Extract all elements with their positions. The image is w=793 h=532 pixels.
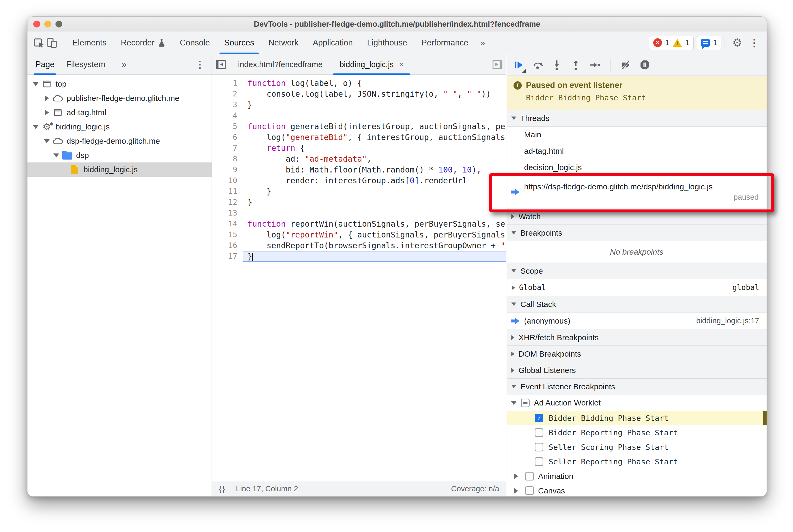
section-watch[interactable]: Watch: [507, 208, 767, 225]
chevron-down-icon[interactable]: [31, 125, 41, 129]
frame-location[interactable]: bidding_logic.js:17: [696, 317, 767, 325]
code-editor[interactable]: 1function log(label, o) {2 console.log(l…: [212, 75, 506, 481]
line-number[interactable]: 2: [212, 89, 243, 99]
line-number[interactable]: 16: [212, 240, 243, 251]
more-panels-button[interactable]: »: [475, 38, 490, 48]
tree-item-bidding-logic-js[interactable]: bidding_logic.js: [27, 163, 212, 177]
section-scope[interactable]: Scope: [507, 263, 767, 279]
step-over-button[interactable]: [532, 59, 544, 71]
breakpoint-checkbox[interactable]: [535, 414, 543, 422]
tree-item-dsp-fledge-demo-glitch-me[interactable]: dsp-fledge-demo.glitch.me: [27, 134, 212, 148]
panel-tab-recorder[interactable]: Recorder: [114, 32, 173, 54]
breakpoint-bidder-reporting-phase-start[interactable]: Bidder Reporting Phase Start: [507, 425, 767, 440]
line-number[interactable]: 4: [212, 110, 243, 121]
code-line-text[interactable]: [243, 110, 506, 121]
panel-tab-lighthouse[interactable]: Lighthouse: [360, 32, 414, 54]
line-number[interactable]: 14: [212, 218, 243, 229]
tree-item-bidding-logic-js[interactable]: ⚙bidding_logic.js: [27, 120, 212, 134]
code-line-text[interactable]: log("reportWin", { auctionSignals, perBu…: [243, 229, 506, 240]
step-button[interactable]: [589, 59, 601, 71]
settings-button[interactable]: ⚙: [728, 36, 747, 49]
messages-badge-group[interactable]: 1: [697, 36, 721, 50]
tree-item-top[interactable]: top: [27, 77, 212, 91]
tab-page[interactable]: Page: [35, 54, 54, 75]
code-line-text[interactable]: }: [243, 197, 506, 208]
code-line-text[interactable]: render: interestGroup.ads[0].renderUrl: [243, 175, 506, 186]
breakpoint-group-animation[interactable]: Animation: [507, 469, 767, 483]
line-number[interactable]: 10: [212, 175, 243, 186]
navigator-menu-button[interactable]: ⋮: [195, 59, 205, 70]
code-line-text[interactable]: ad: "ad-metadata",: [243, 153, 506, 164]
code-line-text[interactable]: log("generateBid", { interestGroup, auct…: [243, 132, 506, 142]
inspect-element-button[interactable]: [32, 35, 45, 50]
panel-tab-application[interactable]: Application: [306, 32, 360, 54]
line-number[interactable]: 1: [212, 78, 243, 89]
line-number[interactable]: 17: [212, 251, 243, 262]
line-number[interactable]: 6: [212, 132, 243, 142]
tree-item-publisher-fledge-demo-glitch-me[interactable]: publisher-fledge-demo.glitch.me: [27, 91, 212, 106]
code-line-text[interactable]: console.log(label, JSON.stringify(o, " "…: [243, 89, 506, 99]
tab-filesystem[interactable]: Filesystem: [66, 54, 105, 75]
deactivate-breakpoints-button[interactable]: [620, 59, 631, 71]
chevron-down-icon[interactable]: [31, 82, 41, 86]
code-line-text[interactable]: }: [243, 99, 506, 110]
breakpoint-checkbox[interactable]: [535, 428, 543, 437]
section-global-listeners[interactable]: Global Listeners: [507, 362, 767, 379]
chevron-right-icon[interactable]: [42, 95, 52, 101]
chevron-right-icon[interactable]: [511, 473, 521, 479]
panel-tab-console[interactable]: Console: [173, 32, 217, 54]
thread-row[interactable]: Main: [507, 127, 767, 143]
line-number[interactable]: 13: [212, 208, 243, 218]
chevron-right-icon[interactable]: [511, 488, 521, 494]
code-line-text[interactable]: sendReportTo(browserSignals.interestGrou…: [243, 240, 506, 251]
code-line-text[interactable]: }: [243, 186, 506, 197]
line-number[interactable]: 15: [212, 229, 243, 240]
breakpoint-checkbox[interactable]: [535, 457, 543, 466]
section-xhr-breakpoints[interactable]: XHR/fetch Breakpoints: [507, 329, 767, 346]
step-into-button[interactable]: [551, 59, 563, 71]
pretty-print-button[interactable]: {}: [219, 484, 225, 493]
breakpoint-seller-reporting-phase-start[interactable]: Seller Reporting Phase Start: [507, 454, 767, 469]
breakpoint-group-canvas[interactable]: Canvas: [507, 483, 767, 497]
code-line-text[interactable]: function generateBid(interestGroup, auct…: [243, 121, 506, 132]
line-number[interactable]: 3: [212, 99, 243, 110]
tree-item-dsp[interactable]: dsp: [27, 148, 212, 163]
breakpoint-seller-scoring-phase-start[interactable]: Seller Scoring Phase Start: [507, 440, 767, 454]
line-number[interactable]: 8: [212, 153, 243, 164]
resume-script-button[interactable]: [513, 59, 525, 71]
line-number[interactable]: 9: [212, 164, 243, 175]
thread-row-paused[interactable]: https://dsp-fledge-demo.glitch.me/dsp/bi…: [507, 176, 767, 208]
scope-global-row[interactable]: Global global: [507, 279, 767, 296]
breakpoint-checkbox[interactable]: [535, 443, 543, 452]
panel-tab-sources[interactable]: Sources: [217, 32, 261, 54]
code-line-text[interactable]: [243, 208, 506, 218]
code-line-text[interactable]: function log(label, o) {: [243, 78, 506, 89]
ad-auction-worklet-group[interactable]: Ad Auction Worklet: [507, 395, 767, 411]
chevron-down-icon[interactable]: [51, 153, 61, 157]
ad-auction-worklet-checkbox[interactable]: [521, 399, 530, 407]
tree-item-ad-tag-html[interactable]: ad-tag.html: [27, 106, 212, 120]
call-stack-frame[interactable]: (anonymous) bidding_logic.js:17: [507, 312, 767, 329]
chevron-down-icon[interactable]: [42, 139, 52, 143]
close-tab-icon[interactable]: ×: [399, 60, 404, 69]
section-event-listener-breakpoints[interactable]: Event Listener Breakpoints: [507, 379, 767, 395]
section-breakpoints[interactable]: Breakpoints: [507, 225, 767, 241]
issues-badge-group[interactable]: ✕ 1 1: [649, 36, 694, 50]
show-debugger-sidebar-button[interactable]: [489, 54, 506, 75]
line-number[interactable]: 7: [212, 142, 243, 153]
editor-tab-bidding-logic[interactable]: bidding_logic.js ×: [331, 54, 412, 75]
code-line-text[interactable]: return {: [243, 142, 506, 153]
thread-row[interactable]: decision_logic.js: [507, 159, 767, 176]
section-call-stack[interactable]: Call Stack: [507, 296, 767, 312]
customize-devtools-button[interactable]: ⋮: [747, 37, 762, 49]
section-dom-breakpoints[interactable]: DOM Breakpoints: [507, 346, 767, 362]
panel-tab-elements[interactable]: Elements: [65, 32, 114, 54]
group-checkbox[interactable]: [525, 486, 534, 495]
panel-tab-performance[interactable]: Performance: [414, 32, 475, 54]
group-checkbox[interactable]: [525, 472, 534, 480]
step-out-button[interactable]: [570, 59, 582, 71]
breakpoint-bidder-bidding-phase-start[interactable]: Bidder Bidding Phase Start: [507, 411, 767, 425]
code-line-text[interactable]: bid: Math.floor(Math.random() * 100, 10)…: [243, 164, 506, 175]
code-line-text[interactable]: }: [243, 251, 506, 262]
toggle-device-toolbar-button[interactable]: [45, 35, 59, 50]
